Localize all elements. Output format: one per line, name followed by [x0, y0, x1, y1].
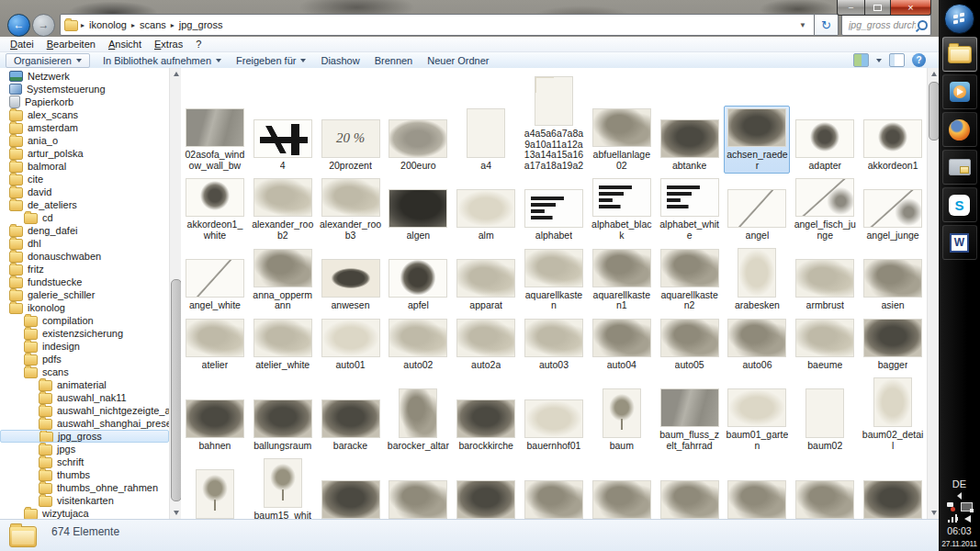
file-item[interactable]: alphabet_black: [589, 175, 655, 243]
sidebar-item-wizytujaca[interactable]: wizytujaca: [0, 507, 169, 519]
sidebar-item-indesign[interactable]: indesign: [0, 340, 169, 353]
share-with-button[interactable]: Freigeben für: [229, 54, 313, 67]
explorer-taskbar-button[interactable]: [942, 37, 977, 72]
file-item[interactable]: 20 %20prozent: [320, 117, 382, 174]
sidebar-item-de_ateliers[interactable]: de_ateliers: [0, 198, 169, 211]
views-icon[interactable]: [853, 53, 869, 67]
file-item[interactable]: apparat: [455, 256, 517, 314]
file-item[interactable]: a4a5a6a7a8a9a10a11a12a13a14a15a16a17a18a…: [521, 73, 587, 174]
sidebar-item-jpg_gross[interactable]: jpg_gross: [0, 430, 169, 443]
sidebar-item-schrift[interactable]: schrift: [0, 455, 169, 468]
file-item[interactable]: behandlung: [523, 478, 585, 520]
sidebar-item-cite[interactable]: cite: [0, 173, 169, 186]
search-input[interactable]: [847, 18, 918, 31]
file-item[interactable]: armbrust: [794, 256, 856, 314]
file-item[interactable]: atelier_white: [252, 316, 314, 374]
file-item[interactable]: asien: [862, 256, 924, 314]
address-bar[interactable]: ▸ ikonolog ▸ scans ▸ jpg_gross ▼: [60, 14, 815, 36]
sidebar-item-auswahl_nichtgezeigte_arbeiten[interactable]: auswahl_nichtgezeigte_arbeiten: [0, 404, 169, 417]
clock-date[interactable]: 27.11.2011: [941, 539, 976, 548]
file-item[interactable]: bergbahn6: [862, 478, 924, 520]
sidebar-item-alex_scans[interactable]: alex_scans: [0, 108, 169, 121]
sidebar-item-compilation[interactable]: compilation: [0, 314, 169, 327]
sidebar-item-Systemsteuerung[interactable]: Systemsteuerung: [0, 83, 169, 96]
menu-datei[interactable]: Datei: [4, 39, 40, 50]
burn-button[interactable]: Brennen: [367, 54, 421, 67]
maximize-button[interactable]: [865, 0, 891, 16]
file-item[interactable]: baumhaus: [320, 478, 382, 520]
mail-taskbar-button[interactable]: [942, 150, 977, 185]
file-item[interactable]: baum02: [804, 386, 846, 455]
sidebar-item-dhl[interactable]: dhl: [0, 237, 169, 250]
file-item[interactable]: bagger: [862, 316, 924, 374]
sidebar-item-auswahl_shanghai_presentation[interactable]: auswahl_shanghai_presentation: [0, 417, 169, 430]
file-item[interactable]: auto02: [387, 316, 449, 374]
network-icon[interactable]: [961, 502, 973, 512]
preview-pane-icon[interactable]: [889, 53, 905, 67]
sidebar-item-donauschwaben[interactable]: donauschwaben: [0, 250, 169, 263]
sidebar-item-ania_o[interactable]: ania_o: [0, 134, 169, 147]
file-item[interactable]: arabesken: [733, 245, 782, 314]
sidebar-item-scans[interactable]: scans: [0, 365, 169, 378]
skype-taskbar-button[interactable]: S: [942, 187, 977, 222]
close-button[interactable]: ×: [891, 0, 931, 16]
search-box[interactable]: [841, 14, 931, 36]
sidebar-item-thumbs[interactable]: thumbs: [0, 468, 169, 481]
file-item[interactable]: bergbahn2: [726, 478, 788, 520]
file-item[interactable]: auto04: [591, 316, 653, 374]
file-item[interactable]: bauraum1: [387, 478, 449, 520]
menu-extras[interactable]: Extras: [148, 39, 189, 50]
menu-help[interactable]: ?: [189, 39, 208, 50]
start-button[interactable]: [944, 4, 974, 34]
file-item[interactable]: a4: [465, 106, 507, 174]
file-item[interactable]: baum15_white: [250, 455, 316, 519]
file-item[interactable]: anwesen: [320, 256, 382, 314]
file-item[interactable]: bergbahn1: [659, 478, 721, 520]
sidebar-item-Papierkorb[interactable]: Papierkorb: [0, 96, 169, 108]
slideshow-button[interactable]: Diashow: [313, 54, 366, 67]
file-item[interactable]: baum_fluss_zelt_fahrrad: [657, 386, 723, 454]
file-item[interactable]: 200euro: [387, 117, 449, 174]
organize-button[interactable]: Organisieren: [6, 53, 90, 68]
sidebar-item-fritz[interactable]: fritz: [0, 263, 169, 276]
file-item[interactable]: abfuellanlage02: [589, 106, 655, 174]
file-item[interactable]: auto2a: [455, 316, 517, 374]
file-item[interactable]: alphabet_white: [657, 175, 723, 243]
file-item[interactable]: baeume: [794, 316, 856, 374]
sidebar-item-auswahl_nak11[interactable]: auswahl_nak11: [0, 391, 169, 404]
sidebar-item-artur_polska[interactable]: artur_polska: [0, 147, 169, 160]
file-item[interactable]: angel_white: [184, 256, 246, 314]
file-item[interactable]: atelier: [184, 316, 246, 374]
file-item[interactable]: barockkirche: [455, 397, 517, 455]
file-item[interactable]: algen: [387, 186, 449, 244]
file-item[interactable]: baum15: [194, 467, 236, 520]
forward-button[interactable]: →: [32, 14, 55, 37]
file-item[interactable]: 02asofa_window_wall_bw: [182, 106, 248, 174]
file-item[interactable]: adapter: [794, 117, 856, 174]
breadcrumb-jpg-gross[interactable]: jpg_gross: [177, 19, 225, 30]
search-icon[interactable]: [918, 20, 928, 30]
file-item[interactable]: baracke: [320, 397, 382, 455]
file-item[interactable]: auto05: [659, 316, 721, 374]
sidebar-item-fundstuecke[interactable]: fundstuecke: [0, 276, 169, 288]
help-icon[interactable]: ?: [912, 53, 926, 67]
menu-bearbeiten[interactable]: Bearbeiten: [40, 39, 102, 50]
file-item[interactable]: barocker_altar: [386, 386, 451, 455]
breadcrumb-scans[interactable]: scans: [138, 19, 168, 30]
breadcrumb-ikonolog[interactable]: ikonolog: [87, 19, 129, 30]
file-item[interactable]: akkordeon1_white: [182, 175, 248, 243]
file-item[interactable]: alm: [455, 186, 517, 244]
sidebar-item-deng_dafei[interactable]: deng_dafei: [0, 224, 169, 237]
sidebar-item-animaterial[interactable]: animaterial: [0, 378, 169, 391]
file-item[interactable]: alphabet: [523, 186, 585, 244]
file-item[interactable]: alexander_roob2: [250, 175, 316, 243]
file-item[interactable]: bahnen: [184, 397, 246, 455]
address-dropdown-icon[interactable]: ▼: [795, 21, 810, 29]
language-indicator[interactable]: DE: [952, 478, 966, 489]
new-folder-button[interactable]: Neuer Ordner: [420, 54, 496, 67]
file-item[interactable]: baum02_detail: [860, 375, 926, 454]
menu-ansicht[interactable]: Ansicht: [102, 39, 148, 50]
sidebar-item-galerie_schiller[interactable]: galerie_schiller: [0, 288, 169, 301]
file-item[interactable]: angel_junge: [862, 186, 924, 244]
refresh-button[interactable]: ↻: [815, 14, 839, 36]
